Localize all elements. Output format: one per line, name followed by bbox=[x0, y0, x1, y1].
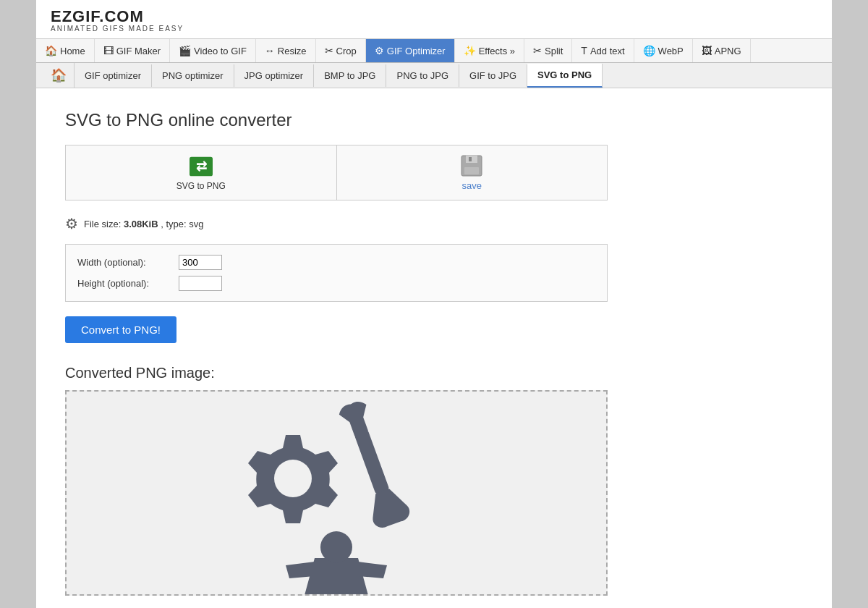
nav-add-text-label: Add text bbox=[590, 46, 625, 56]
sub-nav: 🏠 GIF optimizer PNG optimizer JPG optimi… bbox=[36, 63, 832, 88]
nav-split[interactable]: ✂ Split bbox=[524, 39, 572, 62]
file-size-label: File size: bbox=[84, 219, 121, 229]
nav-split-label: Split bbox=[545, 46, 563, 56]
nav-gif-maker-label: GIF Maker bbox=[116, 46, 161, 56]
video-icon: 🎬 bbox=[179, 45, 191, 56]
nav-video-to-gif-label: Video to GIF bbox=[194, 46, 247, 56]
nav-crop[interactable]: ✂ Crop bbox=[316, 39, 366, 62]
width-input[interactable] bbox=[179, 255, 222, 270]
svg-text:⇄: ⇄ bbox=[195, 159, 206, 174]
svg-to-png-btn-label: SVG to PNG bbox=[176, 181, 226, 191]
convert-button[interactable]: Convert to PNG! bbox=[65, 316, 176, 343]
webp-icon: 🌐 bbox=[643, 45, 655, 56]
page-title: SVG to PNG online converter bbox=[65, 110, 803, 130]
nav-apng-label: APNG bbox=[715, 46, 741, 56]
nav-webp-label: WebP bbox=[658, 46, 684, 56]
split-icon: ✂ bbox=[533, 45, 542, 56]
action-bar: ⇄ SVG to PNG save bbox=[65, 145, 608, 200]
nav-video-to-gif[interactable]: 🎬 Video to GIF bbox=[170, 39, 256, 62]
gif-optimizer-icon: ⚙ bbox=[375, 45, 384, 56]
nav-gif-optimizer-label: GIF Optimizer bbox=[387, 46, 446, 56]
nav-crop-label: Crop bbox=[336, 46, 357, 56]
image-preview bbox=[65, 390, 608, 596]
svg-point-8 bbox=[320, 531, 352, 563]
nav-effects[interactable]: ✨ Effects » bbox=[455, 39, 524, 62]
file-info: ⚙ File size: 3.08KiB , type: svg bbox=[65, 215, 803, 232]
nav-add-text[interactable]: T Add text bbox=[572, 39, 634, 62]
svg-rect-4 bbox=[464, 167, 479, 174]
home-icon: 🏠 bbox=[45, 45, 57, 56]
subnav-gif-to-jpg[interactable]: GIF to JPG bbox=[459, 64, 527, 87]
nav-effects-label: Effects » bbox=[479, 46, 515, 56]
save-btn-label: save bbox=[462, 180, 482, 191]
width-option-row: Width (optional): bbox=[77, 255, 595, 270]
height-label: Height (optional): bbox=[77, 278, 179, 289]
nav-resize-label: Resize bbox=[278, 46, 307, 56]
nav-resize[interactable]: ↔ Resize bbox=[256, 39, 316, 62]
svg-to-png-action-button[interactable]: ⇄ SVG to PNG bbox=[66, 145, 337, 200]
file-type-label: , type: svg bbox=[161, 219, 203, 229]
file-upload-icon: ⚙ bbox=[65, 215, 78, 232]
svg-point-6 bbox=[274, 460, 312, 497]
main-nav: 🏠 Home 🎞 GIF Maker 🎬 Video to GIF ↔ Resi… bbox=[36, 39, 832, 63]
converted-image bbox=[221, 392, 452, 594]
subnav-jpg-optimizer[interactable]: JPG optimizer bbox=[234, 64, 315, 87]
width-label: Width (optional): bbox=[77, 257, 179, 268]
gif-maker-icon: 🎞 bbox=[103, 45, 114, 56]
options-box: Width (optional): Height (optional): bbox=[65, 244, 608, 302]
nav-gif-maker[interactable]: 🎞 GIF Maker bbox=[95, 39, 170, 62]
subnav-bmp-to-jpg[interactable]: BMP to JPG bbox=[314, 64, 386, 87]
height-input[interactable] bbox=[179, 276, 222, 291]
text-icon: T bbox=[581, 45, 587, 56]
file-details: File size: 3.08KiB , type: svg bbox=[84, 219, 204, 229]
logo-subtitle: ANIMATED GIFS MADE EASY bbox=[51, 25, 184, 33]
resize-icon: ↔ bbox=[265, 45, 275, 56]
logo-title: EZGIF.COM bbox=[51, 7, 184, 26]
subnav-png-optimizer[interactable]: PNG optimizer bbox=[152, 64, 234, 87]
apng-icon: 🖼 bbox=[702, 45, 712, 56]
height-option-row: Height (optional): bbox=[77, 276, 595, 291]
nav-home-label: Home bbox=[60, 46, 85, 56]
nav-apng[interactable]: 🖼 APNG bbox=[693, 39, 751, 62]
subnav-gif-optimizer[interactable]: GIF optimizer bbox=[75, 64, 152, 87]
save-icon bbox=[460, 154, 483, 177]
nav-gif-optimizer[interactable]: ⚙ GIF Optimizer bbox=[366, 39, 455, 62]
nav-home[interactable]: 🏠 Home bbox=[36, 39, 95, 62]
svg-rect-5 bbox=[469, 157, 472, 161]
effects-icon: ✨ bbox=[464, 45, 476, 56]
subnav-png-to-jpg[interactable]: PNG to JPG bbox=[386, 64, 459, 87]
crop-icon: ✂ bbox=[325, 45, 333, 56]
file-size-value: 3.08KiB bbox=[124, 219, 158, 229]
subnav-home-icon[interactable]: 🏠 bbox=[43, 63, 75, 88]
svg-to-png-icon: ⇄ bbox=[190, 156, 213, 177]
subnav-svg-to-png[interactable]: SVG to PNG bbox=[527, 64, 603, 88]
site-logo[interactable]: EZGIF.COM ANIMATED GIFS MADE EASY bbox=[51, 7, 184, 33]
save-action-button[interactable]: save bbox=[337, 145, 608, 200]
output-label: Converted PNG image: bbox=[65, 365, 803, 381]
nav-webp[interactable]: 🌐 WebP bbox=[634, 39, 693, 62]
svg-rect-7 bbox=[354, 428, 390, 494]
